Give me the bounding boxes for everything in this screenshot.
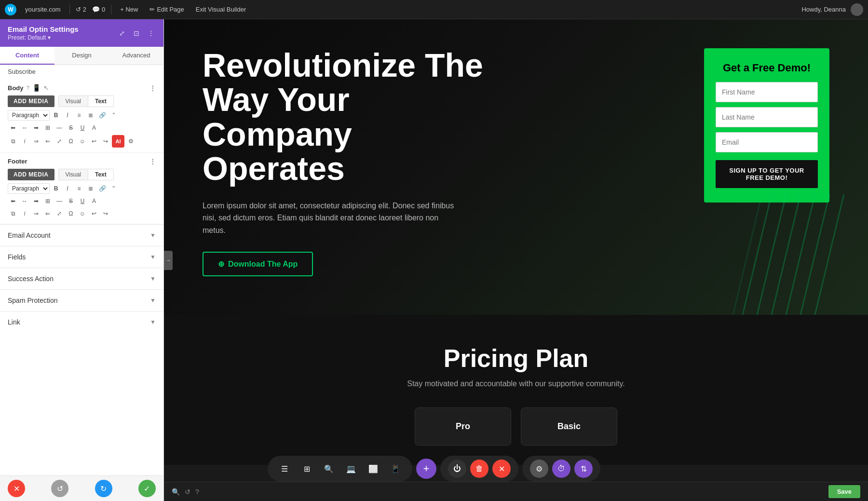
link-btn[interactable]: 🔗 (97, 110, 108, 121)
body-text-btn[interactable]: Text (88, 96, 113, 107)
footer-ul-btn[interactable]: ≡ (74, 183, 84, 194)
footer-italic-btn[interactable]: I (62, 183, 73, 194)
footer-indent-btn[interactable]: ⇒ (31, 208, 41, 219)
save-check-button[interactable]: ✓ (138, 480, 156, 497)
footer-link-btn[interactable]: 🔗 (97, 183, 108, 194)
toolbar-mobile-btn[interactable]: 📱 (386, 460, 405, 478)
more-icon[interactable]: ⋮ (146, 28, 156, 38)
accordion-email-account[interactable]: Email Account ▼ (0, 224, 163, 246)
paragraph-select[interactable]: Paragraph (8, 110, 50, 121)
settings-btn[interactable]: ⚙ (125, 136, 136, 147)
align-right-btn[interactable]: ➡ (31, 122, 41, 133)
footer-align-center-btn[interactable]: ↔ (19, 196, 30, 206)
fullscreen-editor-btn[interactable]: ⤢ (54, 136, 65, 147)
status-search-icon[interactable]: 🔍 (172, 488, 180, 496)
user-avatar[interactable] (851, 3, 863, 16)
toolbar-history-btn[interactable]: ⏱ (552, 460, 570, 478)
footer-redo-btn[interactable]: ↪ (100, 208, 111, 219)
toolbar-close-btn[interactable]: ✕ (492, 460, 511, 478)
indent-btn[interactable]: ⇒ (31, 136, 41, 147)
footer-font-color-btn[interactable]: A (89, 196, 99, 206)
toolbar-power-btn[interactable]: ⏻ (448, 460, 466, 478)
toolbar-sort-btn[interactable]: ⇅ (574, 460, 593, 478)
sidebar-preset[interactable]: Preset: Default ▾ (8, 34, 79, 41)
comments-counter[interactable]: 💬 0 (92, 6, 105, 13)
redo-btn[interactable]: ↪ (100, 136, 111, 147)
accordion-email-account-header[interactable]: Email Account ▼ (0, 225, 163, 246)
outdent-btn[interactable]: ⇐ (42, 136, 53, 147)
save-button[interactable]: Save (828, 485, 860, 498)
site-link[interactable]: yoursite.com (22, 5, 64, 14)
align-center-btn[interactable]: ↔ (19, 122, 30, 133)
blockquote-btn[interactable]: " (108, 110, 119, 121)
tab-content[interactable]: Content (0, 47, 54, 65)
status-refresh-icon[interactable]: ↺ (185, 488, 190, 496)
last-name-input[interactable] (716, 107, 818, 127)
new-button[interactable]: + New (117, 5, 141, 14)
toolbar-menu-btn[interactable]: ☰ (275, 460, 294, 478)
footer-emoji-btn[interactable]: ☺ (77, 208, 88, 219)
tab-design[interactable]: Design (54, 47, 109, 65)
sidebar-collapse-handle[interactable]: → (164, 251, 173, 270)
exit-builder-link[interactable]: Exit Visual Builder (193, 5, 249, 14)
accordion-success-action[interactable]: Success Action ▼ (0, 268, 163, 289)
undo-btn[interactable]: ↩ (89, 136, 99, 147)
accordion-success-action-header[interactable]: Success Action ▼ (0, 268, 163, 289)
footer-omega-btn[interactable]: Ω (66, 208, 76, 219)
footer-align-left-btn[interactable]: ⬅ (8, 196, 18, 206)
bold-btn[interactable]: B (51, 110, 61, 121)
toolbar-desktop-btn[interactable]: 💻 (342, 460, 360, 478)
accordion-spam-protection[interactable]: Spam Protection ▼ (0, 289, 163, 311)
footer-strike-btn[interactable]: S (66, 196, 76, 206)
toolbar-add-button[interactable]: + (416, 459, 436, 479)
strikethrough-btn[interactable]: S (66, 122, 76, 133)
accordion-link-header[interactable]: Link ▼ (0, 311, 163, 333)
toolbar-search-btn[interactable]: 🔍 (320, 460, 338, 478)
edit-page-link[interactable]: ✏ Edit Page (147, 5, 187, 14)
special-char-btn[interactable]: Ω (66, 136, 76, 147)
footer-text-btn[interactable]: Text (88, 169, 113, 180)
align-left-btn[interactable]: ⬅ (8, 122, 18, 133)
hero-cta-button[interactable]: ⊕ Download The App (203, 252, 313, 276)
italic-btn[interactable]: I (62, 110, 73, 121)
footer-add-media-button[interactable]: ADD MEDIA (8, 169, 54, 180)
footer-hr-btn[interactable]: — (54, 196, 65, 206)
emoji-btn[interactable]: ☺ (77, 136, 88, 147)
undo-button[interactable]: ↺ (51, 480, 68, 497)
footer-quote-btn[interactable]: " (108, 183, 119, 194)
accordion-spam-protection-header[interactable]: Spam Protection ▼ (0, 290, 163, 311)
toolbar-settings-btn[interactable]: ⚙ (530, 460, 548, 478)
footer-visual-btn[interactable]: Visual (59, 169, 88, 180)
revisions-counter[interactable]: ↺ 2 (76, 6, 86, 13)
footer-more-icon[interactable]: ⋮ (149, 158, 156, 165)
table-btn[interactable]: ⊞ (42, 122, 53, 133)
footer-table-btn[interactable]: ⊞ (42, 196, 53, 206)
body-device-icon[interactable]: 📱 (32, 84, 41, 92)
toolbar-grid-btn[interactable]: ⊞ (298, 460, 316, 478)
first-name-input[interactable] (716, 82, 818, 102)
footer-undo-btn[interactable]: ↩ (89, 208, 99, 219)
footer-bold-btn[interactable]: B (51, 183, 61, 194)
footer-fullscreen-btn[interactable]: ⤢ (54, 208, 65, 219)
horizontal-rule-btn[interactable]: — (54, 122, 65, 133)
footer-ol-btn[interactable]: ≣ (85, 183, 96, 194)
wordpress-icon[interactable]: W (5, 4, 16, 15)
ai-button[interactable]: AI (112, 135, 124, 148)
accordion-link[interactable]: Link ▼ (0, 311, 163, 333)
status-help-icon[interactable]: ? (195, 488, 199, 496)
font-color-btn[interactable]: A (89, 122, 99, 133)
body-visual-btn[interactable]: Visual (59, 96, 88, 107)
toolbar-tablet-btn[interactable]: ⬜ (364, 460, 382, 478)
copy-btn[interactable]: ⧉ (8, 136, 18, 147)
ordered-list-btn[interactable]: ≣ (85, 110, 96, 121)
email-input[interactable] (716, 132, 818, 152)
underline-btn[interactable]: U (77, 122, 88, 133)
accordion-fields-header[interactable]: Fields ▼ (0, 246, 163, 268)
body-add-media-button[interactable]: ADD MEDIA (8, 95, 54, 107)
footer-i-btn[interactable]: i (19, 208, 30, 219)
layout-icon[interactable]: ⊡ (132, 28, 141, 38)
close-button[interactable]: ✕ (8, 480, 25, 497)
footer-underline-btn[interactable]: U (77, 196, 88, 206)
footer-align-right-btn[interactable]: ➡ (31, 196, 41, 206)
body-more-icon[interactable]: ⋮ (149, 84, 156, 92)
